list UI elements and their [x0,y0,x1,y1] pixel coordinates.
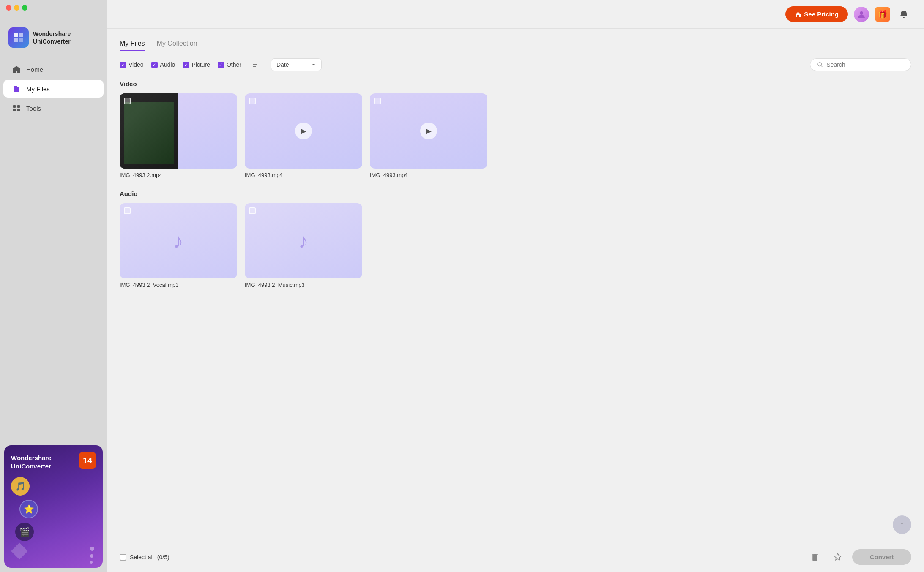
delete-button[interactable] [806,549,823,566]
file-checkbox-video-3[interactable] [374,98,381,104]
file-name-video-1: IMG_4993 2.mp4 [120,172,237,178]
file-name-video-3: IMG_4993.mp4 [370,172,487,178]
file-thumbnail-video-1 [120,93,237,169]
filter-video-checkbox[interactable]: ✓ [120,62,126,68]
sort-button[interactable] [249,59,263,70]
minimize-button[interactable] [14,5,19,11]
promo-icons: 🎵 ⭐ 🎬 [11,477,96,541]
search-icon [817,61,823,68]
select-count: (0/5) [157,554,169,561]
video-preview-right [178,93,237,169]
svg-line-13 [821,66,823,67]
music-icon-audio-1: ♪ [173,229,183,253]
topbar: See Pricing 🎁 [107,0,924,29]
audio-section-title: Audio [120,190,911,197]
filter-picture[interactable]: ✓ Picture [183,61,210,68]
scroll-top-button[interactable]: ↑ [893,515,911,534]
filter-bar: ✓ Video ✓ Audio ✓ Picture ✓ Other [120,58,911,71]
file-name-video-2: IMG_4993.mp4 [245,172,362,178]
filter-audio[interactable]: ✓ Audio [151,61,175,68]
tab-my-files[interactable]: My Files [120,37,145,51]
traffic-lights [0,0,107,16]
file-area: My Files My Collection ✓ Video ✓ Audio ✓… [107,29,924,542]
sidebar-navigation: Home My Files Tools [0,56,107,441]
filter-picture-checkbox[interactable]: ✓ [183,62,189,68]
svg-rect-2 [14,38,18,42]
sidebar: Wondershare UniConverter Home My Files [0,0,107,572]
tools-icon [12,104,21,113]
tabs: My Files My Collection [120,37,911,51]
file-card-video-3[interactable]: ▶ IMG_4993.mp4 [370,93,487,178]
convert-button[interactable]: Convert [852,549,911,565]
promo-icon-star: ⭐ [19,500,38,518]
gift-icon-button[interactable]: 🎁 [875,7,890,22]
file-checkbox-video-2[interactable] [249,98,256,104]
sort-dropdown[interactable]: Date [271,58,322,71]
bottom-actions: Convert [806,549,911,566]
svg-rect-0 [14,33,18,37]
see-pricing-button[interactable]: See Pricing [785,6,848,22]
promo-banner: Wondershare UniConverter 14 🎵 ⭐ 🎬 ◆ [4,445,103,568]
notification-icon-button[interactable] [896,7,911,22]
maximize-button[interactable] [22,5,27,11]
video-preview-left [120,93,178,169]
video-section-title: Video [120,80,911,87]
audio-file-grid: ♪ IMG_4993 2_Vocal.mp3 ♪ IMG_4993 2_Musi… [120,203,911,288]
file-thumbnail-audio-2: ♪ [245,203,362,278]
file-thumbnail-audio-1: ♪ [120,203,237,278]
select-all-area: Select all (0/5) [120,554,169,561]
file-name-audio-1: IMG_4993 2_Vocal.mp3 [120,282,237,288]
promo-decoration [90,547,94,564]
file-card-video-1[interactable]: IMG_4993 2.mp4 [120,93,237,178]
main-content: See Pricing 🎁 My Files My Collection ✓ [107,0,924,572]
file-thumbnail-video-3: ▶ [370,93,487,169]
sidebar-item-my-files[interactable]: My Files [3,80,104,98]
filter-video[interactable]: ✓ Video [120,61,144,68]
logo-icon [8,27,29,48]
svg-rect-6 [13,109,16,111]
filter-other-checkbox[interactable]: ✓ [218,62,224,68]
video-file-grid: IMG_4993 2.mp4 ▶ IMG_4993.mp4 ▶ IMG_4993… [120,93,911,178]
favorite-button[interactable] [829,549,846,566]
svg-rect-4 [13,105,16,108]
play-icon-video-2: ▶ [295,123,312,139]
user-avatar[interactable] [854,7,869,22]
select-all-checkbox[interactable] [120,554,126,561]
file-checkbox-audio-1[interactable] [124,207,131,214]
tab-my-collection[interactable]: My Collection [157,37,197,51]
promo-diamond-decoration: ◆ [11,537,28,562]
file-card-audio-1[interactable]: ♪ IMG_4993 2_Vocal.mp3 [120,203,237,288]
search-box [810,58,911,71]
file-name-audio-2: IMG_4993 2_Music.mp3 [245,282,362,288]
music-icon-audio-2: ♪ [298,229,309,253]
promo-icon-music: 🎵 [11,477,30,496]
close-button[interactable] [6,5,11,11]
svg-point-12 [818,63,822,66]
file-thumbnail-video-2: ▶ [245,93,362,169]
svg-rect-7 [17,109,20,111]
home-icon [12,65,21,74]
play-icon-video-3: ▶ [420,123,437,139]
sidebar-item-tools[interactable]: Tools [3,99,104,117]
filter-audio-checkbox[interactable]: ✓ [151,62,158,68]
sidebar-item-home[interactable]: Home [3,60,104,78]
file-checkbox-audio-2[interactable] [249,207,256,214]
video-preview-split [120,93,237,169]
app-logo: Wondershare UniConverter [0,16,107,56]
files-icon [12,84,21,93]
svg-rect-3 [19,38,23,42]
promo-version-badge: 14 [79,452,96,469]
file-checkbox-video-1[interactable] [124,98,131,104]
select-all-label: Select all [130,554,154,561]
filter-other[interactable]: ✓ Other [218,61,241,68]
file-card-audio-2[interactable]: ♪ IMG_4993 2_Music.mp3 [245,203,362,288]
svg-point-8 [860,11,863,15]
app-name: Wondershare UniConverter [33,30,71,45]
file-card-video-2[interactable]: ▶ IMG_4993.mp4 [245,93,362,178]
search-input[interactable] [826,61,904,68]
svg-rect-5 [17,105,20,108]
svg-rect-1 [19,33,23,37]
bottom-bar: Select all (0/5) Convert [107,542,924,572]
